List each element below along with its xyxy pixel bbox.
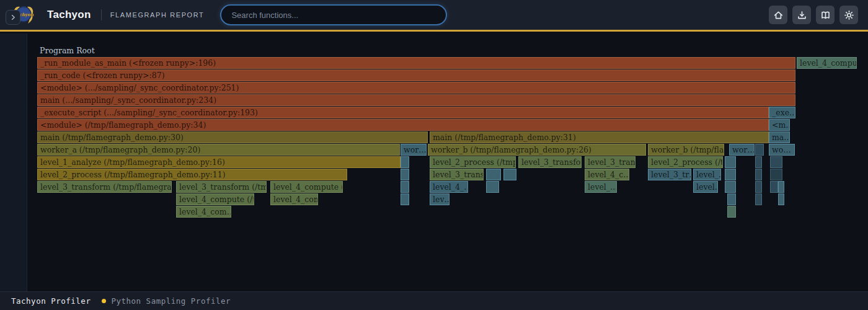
flame-frame[interactable] (755, 169, 762, 180)
flame-frame[interactable]: level_3_transform… (518, 156, 582, 168)
report-type-label: FLAMEGRAPH REPORT (110, 11, 205, 19)
flame-frame[interactable] (486, 169, 501, 180)
flame-frame[interactable]: level_3_transf… (430, 169, 484, 180)
status-app-name: Tachyon Profiler (11, 296, 91, 306)
flame-frame[interactable] (770, 169, 782, 180)
flamegraph-root-label: Program Root (40, 46, 95, 55)
flame-frame[interactable] (401, 156, 409, 168)
flame-frame[interactable] (755, 193, 762, 205)
flame-frame[interactable]: _run_module_as_main (<frozen runpy>:196) (37, 57, 795, 69)
flame-frame[interactable]: level_1_analyze (/tmp/flamegraph_demo.py… (37, 156, 401, 168)
flame-frame[interactable]: _run_code (<frozen runpy>:87) (37, 69, 795, 81)
flame-frame[interactable] (755, 156, 762, 168)
flame-frame[interactable] (727, 206, 736, 218)
search-input[interactable] (220, 4, 447, 25)
flame-frame[interactable] (778, 193, 784, 205)
flame-frame[interactable] (725, 156, 736, 168)
flame-frame[interactable]: level_4_… (430, 181, 468, 193)
header-divider (101, 9, 102, 20)
chevron-right-icon (9, 14, 17, 21)
status-dot (102, 299, 106, 303)
left-sidebar (0, 33, 27, 291)
header-toolbar (769, 6, 858, 24)
docs-button[interactable] (816, 6, 835, 24)
flame-frame[interactable]: level_4_com… (176, 206, 231, 218)
flame-frame[interactable]: <module> (/tmp/flamegraph_demo.py:34) (37, 119, 769, 131)
flame-frame[interactable]: wo… (769, 144, 795, 156)
brightness-icon (844, 10, 854, 20)
flame-frame[interactable]: _exe… (769, 107, 795, 118)
flame-frame[interactable]: level… (693, 181, 718, 193)
flame-frame[interactable]: level_… (585, 181, 617, 193)
flame-frame[interactable] (725, 181, 736, 193)
flame-frame[interactable]: wor… (401, 144, 427, 156)
flame-frame[interactable]: worker_b (/tmp/flame… (648, 144, 724, 156)
flame-frame[interactable] (503, 169, 516, 180)
download-icon (797, 10, 807, 20)
flame-frame[interactable]: level_… (693, 169, 721, 180)
flame-frame[interactable]: level_2_process (/tm… (648, 156, 723, 168)
flame-frame[interactable]: main (/tmp/flamegraph_demo.py:31) (430, 131, 769, 143)
flame-frame[interactable]: _execute_script (.../sampling/_sync_coor… (37, 107, 769, 118)
flame-frame[interactable]: level_3_trans… (585, 156, 636, 168)
theme-button[interactable] (839, 6, 858, 24)
home-button[interactable] (769, 6, 787, 24)
flame-frame[interactable]: level_3_tr… (648, 169, 691, 180)
flame-frame[interactable]: level_3_transform (/tmp/flamegraph_dem… (37, 181, 172, 193)
home-icon (773, 10, 784, 20)
app-header: Tachyon Tachyon FLAMEGRAPH REPORT (0, 0, 868, 32)
flame-frame[interactable]: wor… (729, 144, 755, 156)
flame-frame[interactable] (755, 144, 764, 156)
flame-frame[interactable] (725, 169, 736, 180)
flame-frame[interactable] (770, 181, 778, 193)
flame-frame[interactable]: <m… (769, 119, 790, 131)
flame-frame[interactable] (401, 181, 409, 193)
flame-frame[interactable]: level_4_compute (/t… (270, 181, 343, 193)
flame-frame[interactable]: level_4_compute (/t… (176, 193, 254, 205)
flame-frame[interactable]: lev… (430, 193, 450, 205)
flame-frame[interactable]: worker_b (/tmp/flamegraph_demo.py:26) (428, 144, 646, 156)
flame-frame[interactable]: <module> (.../sampling/_sync_coordinator… (37, 82, 795, 94)
flame-frame[interactable] (755, 181, 762, 193)
sidebar-toggle-button[interactable] (6, 10, 20, 25)
flame-frame[interactable]: main (/tmp/flamegraph_demo.py:30) (37, 131, 428, 143)
status-profiler-type: Python Sampling Profiler (111, 296, 231, 306)
flame-frame[interactable]: ma… (769, 131, 790, 143)
flame-frame[interactable]: level_4_c… (585, 169, 629, 180)
flame-frame[interactable]: level_2_process (/tmp/fla… (430, 156, 516, 168)
flame-frame[interactable]: worker_a (/tmp/flamegraph_demo.py:20) (37, 144, 400, 156)
app-title: Tachyon (47, 9, 91, 21)
book-icon (820, 10, 831, 20)
flame-frame[interactable] (486, 181, 499, 193)
flame-frame[interactable]: level_4_com… (270, 193, 318, 205)
flame-frame[interactable]: main (.../sampling/_sync_coordinator.py:… (37, 94, 795, 106)
download-button[interactable] (792, 6, 811, 24)
flame-frame[interactable] (770, 156, 782, 168)
status-bar: Tachyon Profiler Python Sampling Profile… (0, 291, 868, 310)
flame-frame[interactable]: level_4_comput… (797, 57, 857, 69)
flame-frame[interactable]: level_3_transform (/tmp/fl… (176, 181, 267, 193)
flame-frame[interactable] (727, 193, 736, 205)
flame-frame[interactable] (401, 169, 409, 180)
flame-frame[interactable]: level_2_process (/tmp/flamegraph_demo.py… (37, 169, 347, 180)
flame-frame[interactable] (401, 193, 409, 205)
flame-frame[interactable] (778, 181, 784, 193)
